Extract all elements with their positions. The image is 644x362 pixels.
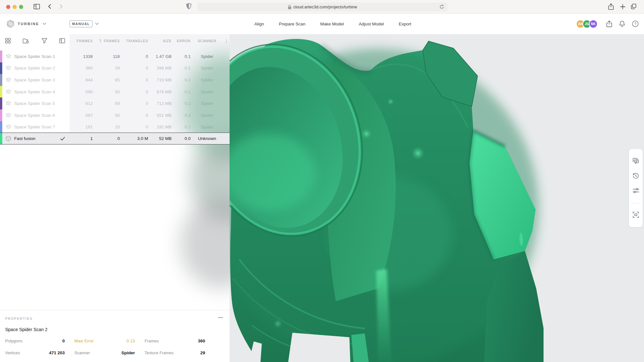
cell-error: 0.1 xyxy=(172,89,191,94)
scan-color-bar xyxy=(0,133,2,144)
cell-t-frames: 59 xyxy=(93,101,120,106)
toolbar-divider xyxy=(631,203,640,203)
table-row[interactable]: Space Spider Scan 6 597 50 0 551 MB 0.3 … xyxy=(0,109,230,121)
project-switcher[interactable]: TURBINE xyxy=(6,14,46,34)
property-texture-frames: Texture Frames29 xyxy=(145,350,205,362)
window-close-button[interactable] xyxy=(6,5,10,9)
chevron-down-icon xyxy=(43,23,46,25)
table-row[interactable]: Space Spider Scan 7 191 15 0 192 MB 0.1 … xyxy=(0,121,230,133)
column-triangles[interactable]: TRIANGLES xyxy=(120,39,148,43)
cell-error: 0.0 xyxy=(172,136,191,141)
app-header: TURBINE MANUAL Align Prepare Scan Make M… xyxy=(0,14,644,34)
cell-size: 192 MB xyxy=(148,125,172,129)
collapse-panel-button[interactable] xyxy=(218,315,223,320)
scan-name: Space Spider Scan 6 xyxy=(14,113,55,118)
filter-icon[interactable] xyxy=(42,38,47,45)
property-polygons: Polygons0 xyxy=(5,339,65,350)
address-bar[interactable]: cloud.artec3d.com/projects/turbine xyxy=(197,3,448,11)
scan-name: Space Spider Scan 3 xyxy=(14,78,55,82)
collaborator-avatars: AH JG NK xyxy=(576,20,598,28)
comments-icon[interactable] xyxy=(629,155,643,166)
properties-panel: PROPERTIES Space Spider Scan 2 Polygons0… xyxy=(0,310,230,362)
table-row[interactable]: Space Spider Scan 2 360 29 0 396 MB 0.1 … xyxy=(0,62,230,74)
cell-scanner: Spider xyxy=(191,89,223,94)
column-size[interactable]: SIZE xyxy=(148,39,172,43)
cell-frames: 1 xyxy=(70,136,93,141)
property-maxi-error: Maxi Error0.13 xyxy=(74,339,135,350)
notifications-bell-icon[interactable] xyxy=(619,20,625,27)
properties-title: Space Spider Scan 2 xyxy=(5,327,48,332)
cell-t-frames: 50 xyxy=(93,89,120,94)
new-tab-icon[interactable] xyxy=(620,4,625,11)
lock-icon xyxy=(288,5,291,9)
scan-color-bar xyxy=(0,51,2,62)
cell-scanner: Spider xyxy=(191,125,223,129)
menu-adjust-model[interactable]: Adjust Model xyxy=(359,22,384,26)
cell-scanner: Spider xyxy=(191,101,223,106)
panel-layout-icon[interactable] xyxy=(59,38,65,45)
tab-overview-icon[interactable] xyxy=(630,3,637,11)
column-scanner[interactable]: SCANNER xyxy=(191,39,223,43)
forward-button[interactable] xyxy=(59,3,63,11)
column-frames[interactable]: FRAMES xyxy=(70,39,93,43)
table-row[interactable]: Space Spider Scan 4 590 50 0 676 MB 0.1 … xyxy=(0,86,230,98)
cell-size: 676 MB xyxy=(148,89,172,94)
scan-name: Space Spider Scan 2 xyxy=(14,66,55,70)
cell-t-frames: 118 xyxy=(93,54,120,59)
table-row[interactable]: Space Spider Scan 3 644 65 0 719 MB 0.1 … xyxy=(0,74,230,86)
scan-name: Fast fusion xyxy=(14,136,55,141)
sidebar-toggle-icon[interactable] xyxy=(33,3,40,11)
menu-prepare-scan[interactable]: Prepare Scan xyxy=(279,22,306,26)
cell-frames: 590 xyxy=(70,89,93,94)
table-row[interactable]: Space Spider Scan 5 812 59 0 712 MB 0.2 … xyxy=(0,97,230,109)
window-minimize-button[interactable] xyxy=(13,5,17,9)
cell-scanner: Spider xyxy=(191,113,223,118)
cell-size: 719 MB xyxy=(148,78,172,82)
column-error[interactable]: ERROR xyxy=(172,39,191,43)
reload-icon[interactable] xyxy=(439,4,444,10)
share-icon[interactable] xyxy=(608,3,614,12)
cell-error: 0.1 xyxy=(172,78,191,82)
scan-rows: Space Spider Scan 1 1338 118 0 1.47 GB 0… xyxy=(0,51,230,133)
scan-name: Space Spider Scan 1 xyxy=(14,54,55,59)
svg-text:?: ? xyxy=(634,22,636,26)
cell-frames: 360 xyxy=(70,66,93,70)
privacy-shield-icon[interactable] xyxy=(186,3,192,11)
cell-triangles: 0 xyxy=(120,113,148,118)
project-logo-icon xyxy=(6,20,14,28)
viewport-toolbar xyxy=(629,149,643,227)
model-viewport[interactable] xyxy=(230,34,644,362)
grid-view-icon[interactable] xyxy=(5,38,11,45)
window-zoom-button[interactable] xyxy=(19,5,23,9)
fit-view-icon[interactable] xyxy=(629,209,643,220)
menu-export[interactable]: Export xyxy=(399,22,411,26)
share-project-icon[interactable] xyxy=(606,20,612,28)
mode-selector[interactable]: MANUAL xyxy=(70,14,99,34)
layers-icon xyxy=(2,66,14,70)
column-t-frames[interactable]: T. FRAMES xyxy=(93,39,120,43)
scan-color-bar xyxy=(0,97,2,109)
layers-icon xyxy=(2,78,14,82)
avatar[interactable]: NK xyxy=(589,20,598,28)
layers-icon xyxy=(2,113,14,118)
help-icon[interactable]: ? xyxy=(632,20,639,27)
scan-color-bar xyxy=(0,121,2,133)
table-row-selected[interactable]: Fast fusion 1 0 3.0 M 52 MB 0.0 Unknown xyxy=(0,133,230,144)
add-folder-icon[interactable] xyxy=(23,38,29,45)
table-row[interactable]: Space Spider Scan 1 1338 118 0 1.47 GB 0… xyxy=(0,51,230,62)
render-settings-icon[interactable] xyxy=(629,185,643,196)
cell-frames: 597 xyxy=(70,113,93,118)
url-text: cloud.artec3d.com/projects/turbine xyxy=(293,5,357,9)
column-options-icon[interactable]: ⋮ xyxy=(223,39,230,43)
menu-make-model[interactable]: Make Model xyxy=(320,22,344,26)
property-vertices: Vertices471 203 xyxy=(5,350,65,362)
layers-icon xyxy=(2,54,14,59)
cell-triangles: 0 xyxy=(120,125,148,129)
cell-t-frames: 15 xyxy=(93,125,120,129)
visibility-check-icon[interactable] xyxy=(55,137,70,141)
cell-size: 396 MB xyxy=(148,66,172,70)
menu-align[interactable]: Align xyxy=(254,22,264,26)
scan-color-bar xyxy=(0,62,2,74)
history-icon[interactable] xyxy=(629,170,643,181)
back-button[interactable] xyxy=(48,3,52,11)
